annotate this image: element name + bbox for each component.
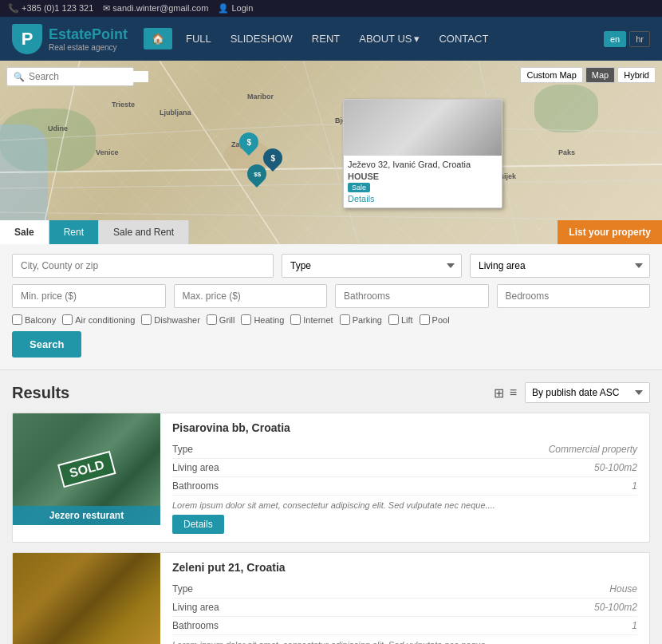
results-header: Results ⊞ ≡ By publish date ASC By publi… — [12, 382, 650, 403]
nav-item-slideshow[interactable]: SLIDESHOW — [221, 28, 302, 49]
dishwasher-label: Dishwasher — [154, 315, 199, 325]
pool-label: Pool — [432, 315, 450, 325]
nav-item-contact[interactable]: CONTACT — [429, 28, 498, 49]
filter-row-2 — [12, 284, 650, 308]
property-bath-row-1: Bathrooms 1 — [172, 477, 637, 496]
area-label-2: Living area — [172, 602, 219, 613]
list-property-button[interactable]: List your property — [558, 220, 662, 244]
type-value-1: Commercial property — [549, 444, 637, 455]
bedrooms-input[interactable] — [497, 284, 651, 308]
internet-checkbox[interactable] — [290, 314, 301, 325]
grid-view-icon[interactable]: ⊞ — [492, 384, 506, 402]
svg-line-0 — [0, 164, 662, 172]
results-title: Results — [12, 384, 69, 402]
custom-map-btn[interactable]: Custom Map — [520, 67, 582, 83]
area-select[interactable]: Living area 0-50m2 50-100m2 More then 10… — [470, 254, 650, 278]
search-filters: Type House Apartment Commercial property… — [0, 244, 662, 370]
location-input[interactable] — [12, 254, 274, 278]
balcony-filter: Balcony — [12, 314, 56, 325]
lang-switcher: en hr — [604, 31, 650, 47]
grill-filter: Grill — [207, 314, 235, 325]
parking-checkbox[interactable] — [340, 314, 350, 325]
dishwasher-checkbox[interactable] — [141, 314, 152, 325]
nav-home-button[interactable]: 🏠 — [144, 28, 172, 49]
property-area-row-1: Living area 50-100m2 — [172, 459, 637, 477]
lift-label: Lift — [401, 315, 413, 325]
tab-sale-rent[interactable]: Sale and Rent — [99, 220, 189, 244]
map-container: Udine Trieste Venice Ljubljana Zagreb Ma… — [0, 61, 662, 244]
property-card-2: Retro House Zeleni put 21, Croatia Type … — [12, 552, 650, 644]
ac-checkbox[interactable] — [62, 314, 73, 325]
property-info-2: Zeleni put 21, Croatia Type House Living… — [160, 553, 649, 644]
nav-item-rent[interactable]: RENT — [302, 28, 349, 49]
bathrooms-input[interactable] — [335, 284, 489, 308]
results-controls: ⊞ ≡ By publish date ASC By publish date … — [492, 382, 650, 403]
area-label-1: Living area — [172, 462, 219, 473]
type-label-1: Type — [172, 444, 193, 455]
bath-label-2: Bathrooms — [172, 620, 219, 631]
header: P EstatePoint Real estate agency 🏠 FULL … — [0, 17, 662, 61]
map-background[interactable]: Udine Trieste Venice Ljubljana Zagreb Ma… — [0, 61, 662, 244]
logo-icon: P — [12, 24, 42, 54]
grill-checkbox[interactable] — [207, 314, 217, 325]
min-price-input[interactable] — [12, 284, 166, 308]
heating-checkbox[interactable] — [241, 314, 251, 325]
search-button[interactable]: Search — [12, 331, 81, 358]
bath-value-1: 1 — [632, 480, 637, 492]
details-button-1[interactable]: Details — [172, 515, 224, 534]
phone-number: +385 (0)1 123 321 — [8, 3, 93, 14]
lang-hr-button[interactable]: hr — [629, 31, 650, 47]
tab-sale[interactable]: Sale — [0, 220, 49, 244]
property-footer-1: Details — [172, 515, 637, 534]
internet-label: Internet — [303, 315, 333, 325]
sold-badge: SOLD — [57, 451, 116, 488]
area-value-1: 50-100m2 — [594, 462, 637, 473]
map-popup: Ježevo 32, Ivanić Grad, Croatia House Sa… — [343, 99, 502, 208]
list-view-icon[interactable]: ≡ — [508, 384, 518, 402]
nav-item-about[interactable]: ABOUT US ▾ — [349, 28, 429, 49]
balcony-label: Balcony — [25, 315, 56, 325]
tab-rent[interactable]: Rent — [49, 220, 99, 244]
svg-line-4 — [0, 124, 319, 140]
popup-content: Ježevo 32, Ivanić Grad, Croatia House Sa… — [344, 156, 502, 207]
max-price-input[interactable] — [174, 284, 328, 308]
login-link[interactable]: Login — [218, 3, 253, 14]
svg-line-8 — [0, 212, 662, 220]
dishwasher-filter: Dishwasher — [141, 314, 199, 325]
view-icons: ⊞ ≡ — [492, 384, 518, 402]
hybrid-btn[interactable]: Hybrid — [617, 67, 656, 83]
map-search-box[interactable]: 🔍 — [6, 67, 134, 86]
popup-details-link[interactable]: Details — [348, 194, 498, 203]
property-type-row-2: Type House — [172, 580, 637, 599]
pool-checkbox[interactable] — [420, 314, 430, 325]
property-address-2: Zeleni put 21, Croatia — [172, 561, 637, 574]
logo-text: EstatePoint Real estate agency — [49, 26, 128, 52]
svg-line-6 — [40, 61, 80, 244]
balcony-checkbox[interactable] — [12, 314, 22, 325]
property-type-row-1: Type Commercial property — [172, 441, 637, 459]
type-select[interactable]: Type House Apartment Commercial property — [282, 254, 462, 278]
lift-checkbox[interactable] — [388, 314, 399, 325]
map-search-input[interactable] — [29, 71, 148, 82]
map-pin-3[interactable]: $$ — [247, 164, 270, 187]
ac-label: Air conditioning — [75, 315, 135, 325]
internet-filter: Internet — [290, 314, 333, 325]
topbar: +385 (0)1 123 321 sandi.winter@gmail.com… — [0, 0, 662, 17]
results-section: Results ⊞ ≡ By publish date ASC By publi… — [0, 370, 662, 644]
map-controls: Custom Map Map Hybrid — [520, 67, 656, 83]
map-pin-1[interactable]: $ — [239, 132, 262, 155]
nav-item-full[interactable]: FULL — [176, 28, 221, 49]
property-desc-1: Lorem ipsum dolor sit amet, consectetur … — [172, 500, 637, 510]
sort-select[interactable]: By publish date ASC By publish date DESC… — [525, 382, 650, 403]
tagline: Real estate agency — [49, 43, 128, 52]
property-image-1: SOLD Jezero resturant — [13, 413, 160, 525]
lang-en-button[interactable]: en — [604, 31, 626, 47]
property-card-1: SOLD Jezero resturant Pisarovina bb, Cro… — [12, 413, 650, 543]
map-btn[interactable]: Map — [585, 67, 615, 83]
lift-filter: Lift — [388, 314, 413, 325]
popup-type: House — [348, 172, 498, 181]
map-tabs: Sale Rent Sale and Rent — [0, 220, 189, 244]
filter-row-1: Type House Apartment Commercial property… — [12, 254, 650, 278]
property-area-row-2: Living area 50-100m2 — [172, 599, 637, 617]
property-image-2: Retro House — [13, 553, 160, 644]
